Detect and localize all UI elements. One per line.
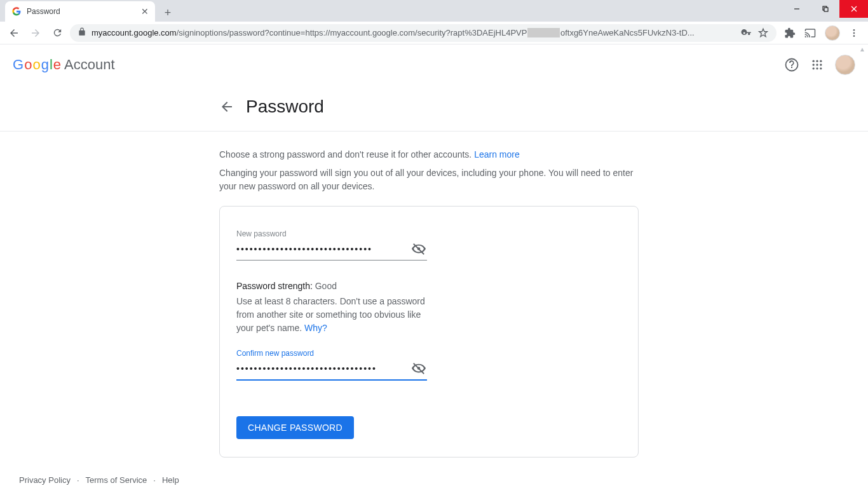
window-close-button[interactable] (839, 0, 868, 18)
svg-point-15 (813, 67, 815, 69)
svg-point-13 (816, 64, 818, 65)
page-title: Password (246, 97, 324, 117)
page-back-icon[interactable] (219, 99, 234, 114)
svg-point-9 (813, 60, 815, 62)
intro-line-1: Choose a strong password and don't reuse… (219, 148, 639, 161)
help-link[interactable]: Help (162, 475, 179, 485)
window-controls (782, 0, 868, 18)
profile-avatar[interactable] (835, 55, 855, 75)
svg-point-11 (820, 60, 822, 62)
new-tab-button[interactable]: + (159, 4, 177, 22)
lock-icon (78, 27, 86, 38)
change-password-button[interactable]: CHANGE PASSWORD (236, 416, 354, 439)
scroll-up-arrow[interactable]: ▲ (859, 46, 865, 53)
apps-grid-icon[interactable] (811, 58, 824, 71)
window-maximize-button[interactable] (811, 0, 839, 18)
new-password-field: New password (236, 229, 427, 261)
confirm-password-input[interactable] (236, 363, 410, 374)
svg-point-14 (820, 64, 822, 65)
nav-reload-button[interactable] (48, 24, 66, 42)
password-strength: Password strength: Good (236, 281, 621, 291)
privacy-link[interactable]: Privacy Policy (19, 475, 71, 485)
nav-back-button[interactable] (5, 24, 23, 42)
new-password-label: New password (236, 229, 427, 238)
url-text: myaccount.google.com/signinoptions/passw… (92, 28, 736, 37)
profile-avatar-toolbar[interactable] (825, 25, 840, 41)
svg-point-12 (813, 64, 815, 65)
svg-point-10 (816, 60, 818, 62)
browser-toolbar: myaccount.google.com/signinoptions/passw… (0, 22, 868, 44)
svg-point-16 (816, 67, 818, 69)
svg-point-7 (853, 35, 855, 37)
star-icon[interactable] (757, 27, 769, 39)
google-account-logo[interactable]: Google Account (13, 57, 115, 73)
google-favicon (11, 6, 22, 17)
svg-point-17 (820, 67, 822, 69)
tab-title: Password (27, 7, 60, 16)
title-row: Password (0, 85, 868, 132)
cast-icon[interactable] (804, 27, 816, 39)
browser-tab-strip: Password ✕ + (0, 0, 868, 22)
terms-link[interactable]: Terms of Service (86, 475, 147, 485)
svg-point-5 (853, 29, 855, 31)
why-link[interactable]: Why? (304, 323, 327, 333)
confirm-password-field: Confirm new password (236, 349, 427, 381)
app-header: Google Account (0, 44, 868, 85)
toggle-visibility-icon[interactable] (410, 241, 427, 257)
key-icon[interactable] (741, 27, 752, 39)
intro-line-2: Changing your password will sign you out… (219, 166, 639, 193)
learn-more-link[interactable]: Learn more (474, 149, 520, 159)
page-body: ▲ Google Account Password (0, 44, 868, 488)
window-minimize-button[interactable] (782, 0, 811, 18)
footer: Privacy Policy · Terms of Service · Help (0, 458, 868, 488)
tab-close-icon[interactable]: ✕ (141, 6, 149, 17)
svg-point-6 (853, 32, 855, 34)
nav-forward-button[interactable] (27, 24, 44, 42)
chrome-menu-icon[interactable] (849, 28, 859, 38)
confirm-password-label: Confirm new password (236, 349, 427, 358)
svg-rect-2 (824, 8, 828, 11)
toggle-visibility-icon[interactable] (410, 360, 427, 377)
new-password-input[interactable] (236, 244, 410, 254)
browser-tab[interactable]: Password ✕ (5, 1, 155, 22)
password-hint: Use at least 8 characters. Don't use a p… (236, 295, 427, 335)
help-icon[interactable] (784, 57, 799, 72)
url-bar[interactable]: myaccount.google.com/signinoptions/passw… (70, 24, 776, 42)
extensions-icon[interactable] (784, 27, 796, 39)
password-card: New password Password strength: Good Use… (219, 206, 639, 458)
